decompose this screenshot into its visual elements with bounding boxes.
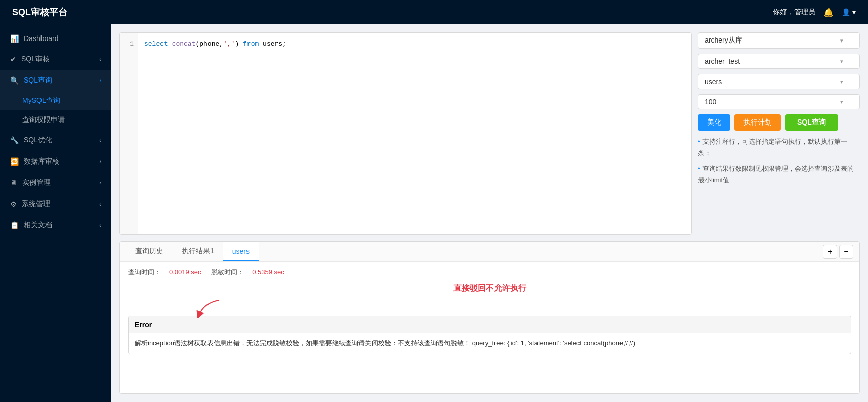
- right-panel: archery从库 ▾ archer_test ▾ users ▾ 100 ▾ …: [698, 32, 860, 235]
- tips-section: •支持注释行，可选择指定语句执行，默认执行第一条； •查询结果行数限制见权限管理…: [698, 136, 860, 186]
- sidebar: 📊 Dashboard ✔ SQL审核 ‹ 🔍 SQL查询 ‹ MySQL查询 …: [0, 24, 111, 402]
- action-buttons: 美化 执行计划 SQL查询: [698, 114, 860, 131]
- sidebar-item-label: 实例管理: [22, 178, 51, 187]
- db-instance-value: archery从库: [705, 36, 742, 45]
- sidebar-item-docs[interactable]: 📋 相关文档 ‹: [0, 215, 111, 236]
- doc-icon: 📋: [10, 221, 19, 229]
- sidebar-item-instance-mgmt[interactable]: 🖥 实例管理 ‹: [0, 172, 111, 193]
- chevron-down-icon: ▾: [840, 78, 843, 85]
- sidebar-item-mysql-query[interactable]: MySQL查询: [0, 91, 111, 110]
- error-body: 解析inception语法树获取表信息出错，无法完成脱敏校验，如果需要继续查询请…: [129, 333, 851, 354]
- tab-query-history[interactable]: 查询历史: [126, 242, 173, 262]
- table-select[interactable]: users ▾: [698, 74, 860, 89]
- db-instance-select[interactable]: archery从库 ▾: [698, 32, 860, 49]
- chevron-icon: ‹: [99, 137, 101, 143]
- user-menu[interactable]: 👤 ▾: [842, 8, 856, 16]
- line-numbers: 1: [120, 33, 138, 234]
- sql-query-button[interactable]: SQL查询: [785, 114, 838, 131]
- add-tab-button[interactable]: +: [823, 245, 837, 259]
- instance-icon: 🖥: [10, 179, 17, 187]
- wrench-icon: 🔧: [10, 136, 19, 144]
- check-icon: ✔: [10, 55, 16, 63]
- chevron-down-icon: ▾: [840, 37, 843, 44]
- chevron-icon: ‹: [99, 158, 101, 165]
- tab-result-1[interactable]: 执行结果1: [173, 242, 223, 262]
- schema-select[interactable]: archer_test ▾: [698, 54, 860, 69]
- schema-value: archer_test: [705, 57, 740, 65]
- query-time-label: 查询时间：: [128, 268, 161, 276]
- desensitize-time-label: 脱敏时间：: [211, 268, 244, 276]
- sidebar-item-label: 相关文档: [24, 221, 52, 230]
- header-right: 你好，管理员 🔔 👤 ▾: [773, 8, 856, 17]
- chevron-down-icon: ▾: [840, 58, 843, 65]
- sidebar-item-label: 系统管理: [22, 199, 50, 209]
- execution-plan-button[interactable]: 执行计划: [734, 114, 781, 131]
- query-time-value: 0.0019 sec: [169, 268, 201, 276]
- arrow-icon: [189, 298, 229, 318]
- tabs-bar: 查询历史 执行结果1 users + −: [120, 242, 859, 262]
- sidebar-item-sql-query[interactable]: 🔍 SQL查询 ‹: [0, 70, 111, 91]
- bullet-icon: •: [698, 165, 700, 172]
- chevron-icon: ‹: [99, 222, 101, 228]
- db-icon: 🔁: [10, 157, 19, 166]
- user-chevron: ▾: [852, 8, 856, 16]
- limit-select[interactable]: 100 ▾: [698, 94, 860, 109]
- app-header: SQL审核平台 你好，管理员 🔔 👤 ▾: [0, 0, 868, 24]
- beautify-button[interactable]: 美化: [698, 114, 730, 131]
- sidebar-item-query-perm[interactable]: 查询权限申请: [0, 110, 111, 130]
- result-area: 直接驳回不允许执行 Error 解析inception语法树获取表信息: [128, 283, 851, 354]
- search-icon: 🔍: [10, 76, 19, 85]
- tip-2: •查询结果行数限制见权限管理，会选择查询涉及表的最小limit值: [698, 163, 860, 186]
- dashboard-icon: 📊: [10, 34, 19, 43]
- sidebar-item-label: 数据库审核: [24, 157, 59, 166]
- bell-icon[interactable]: 🔔: [823, 8, 834, 17]
- app-title: SQL审核平台: [12, 6, 67, 18]
- chevron-icon: ‹: [99, 77, 101, 84]
- error-header: Error: [129, 316, 851, 333]
- chevron-down-icon: ▾: [840, 99, 843, 105]
- greeting-text: 你好，管理员: [773, 8, 815, 17]
- chevron-icon: ‹: [99, 56, 101, 62]
- sidebar-item-label: Dashboard: [24, 34, 59, 43]
- sidebar-item-dashboard[interactable]: 📊 Dashboard: [0, 28, 111, 49]
- error-box: Error 解析inception语法树获取表信息出错，无法完成脱敏校验，如果需…: [128, 316, 851, 354]
- code-content[interactable]: select concat(phone,',') from users;: [138, 33, 691, 234]
- sidebar-item-sys-mgmt[interactable]: ⚙ 系统管理 ‹: [0, 193, 111, 215]
- sidebar-item-label: SQL审核: [21, 55, 50, 64]
- sidebar-sub-label: MySQL查询: [22, 96, 60, 104]
- limit-value: 100: [705, 98, 716, 106]
- rejection-annotation: 直接驳回不允许执行: [128, 283, 851, 294]
- bullet-icon: •: [698, 138, 700, 145]
- chevron-icon: ‹: [99, 180, 101, 186]
- sidebar-item-label: SQL优化: [24, 136, 52, 145]
- tab-controls: + −: [823, 245, 853, 259]
- tab-users[interactable]: users: [223, 242, 259, 261]
- gear-icon: ⚙: [10, 200, 17, 208]
- chevron-icon: ‹: [99, 201, 101, 207]
- main-content: 1 select concat(phone,',') from users; a…: [111, 24, 868, 402]
- remove-tab-button[interactable]: −: [839, 245, 853, 259]
- desensitize-time-value: 0.5359 sec: [252, 268, 284, 276]
- sidebar-item-label: SQL查询: [24, 76, 52, 85]
- sidebar-sub-label: 查询权限申请: [22, 115, 65, 124]
- query-meta: 查询时间：0.0019 sec 脱敏时间：0.5359 sec: [128, 268, 851, 277]
- main-layout: 📊 Dashboard ✔ SQL审核 ‹ 🔍 SQL查询 ‹ MySQL查询 …: [0, 24, 868, 402]
- tab-content: 查询时间：0.0019 sec 脱敏时间：0.5359 sec 直接驳回不允许执…: [120, 262, 859, 393]
- table-value: users: [705, 77, 722, 86]
- sidebar-item-sql-audit[interactable]: ✔ SQL审核 ‹: [0, 49, 111, 70]
- sidebar-item-sql-optimize[interactable]: 🔧 SQL优化 ‹: [0, 130, 111, 151]
- editor-area: 1 select concat(phone,',') from users; a…: [119, 32, 860, 235]
- sidebar-item-db-audit[interactable]: 🔁 数据库审核 ‹: [0, 151, 111, 172]
- user-icon: 👤: [842, 8, 850, 16]
- code-editor[interactable]: 1 select concat(phone,',') from users;: [119, 32, 692, 235]
- tip-1: •支持注释行，可选择指定语句执行，默认执行第一条；: [698, 136, 860, 159]
- bottom-area: 查询历史 执行结果1 users + − 查询时间：0.0019 sec 脱敏时…: [119, 241, 860, 394]
